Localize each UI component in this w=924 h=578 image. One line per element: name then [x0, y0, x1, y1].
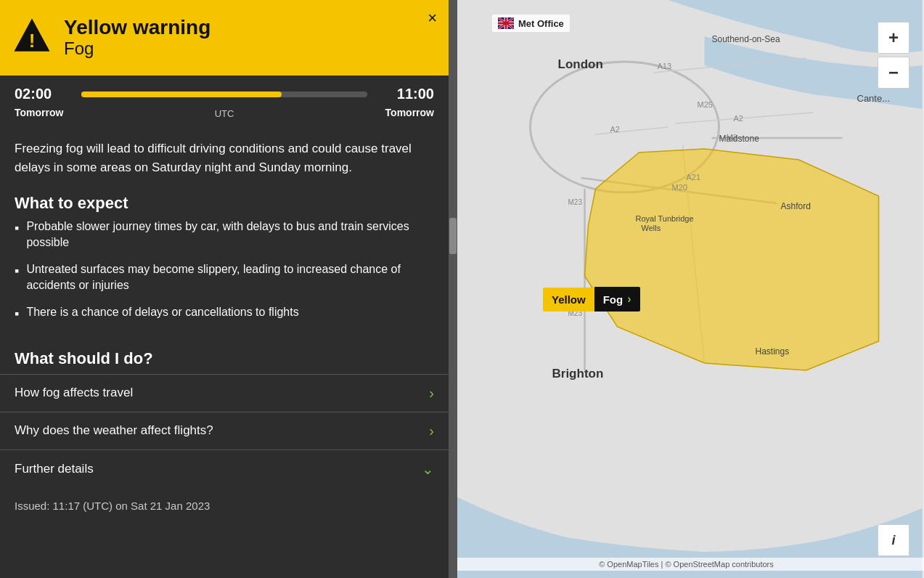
bullet-item-2: Untreated surfaces may become slippery, …: [15, 261, 434, 294]
svg-text:!: !: [29, 30, 36, 52]
end-time-label: 11:00: [376, 86, 434, 102]
time-bar: 02:00 11:00 Tomorrow UTC Tomorrow: [0, 76, 449, 126]
accordion-further-details[interactable]: Further details ⌄: [0, 449, 449, 488]
svg-text:Brighton: Brighton: [552, 367, 604, 380]
issued-text: Issued: 11:17 (UTC) on Sat 21 Jan 2023: [0, 488, 449, 524]
progress-bar-fill: [81, 91, 282, 97]
met-office-flag-icon: [498, 17, 514, 29]
svg-text:Maidstone: Maidstone: [719, 134, 760, 144]
accordion-flights[interactable]: Why does the weather affect flights? ›: [0, 412, 449, 449]
svg-text:Ashford: Ashford: [781, 201, 811, 211]
svg-text:Cante...: Cante...: [857, 93, 891, 104]
map-svg: A13 A2 A2 M2 M25 M20 M23 M23 A21 London …: [449, 0, 924, 578]
warning-header: ! Yellow warning Fog ×: [0, 0, 449, 76]
bullet-item-1: Probable slower journey times by car, wi…: [15, 219, 434, 251]
accordion-fog-travel[interactable]: How fog affects travel ›: [0, 374, 449, 412]
badge-fog-label: Fog ›: [594, 287, 640, 312]
chevron-right-icon-1: ›: [429, 385, 434, 402]
what-to-do-title: What should I do?: [0, 339, 449, 374]
day-row: Tomorrow UTC Tomorrow: [15, 107, 434, 119]
map-attribution: © OpenMapTiles | © OpenStreetMap contrib…: [449, 558, 924, 571]
start-day-label: Tomorrow: [15, 107, 63, 119]
warning-triangle-icon: !: [12, 16, 52, 57]
warning-icon-wrap: !: [12, 16, 52, 60]
accordion-label-fog-travel: How fog affects travel: [15, 386, 133, 400]
accordion-label-flights: Why does the weather affect flights?: [15, 423, 213, 438]
svg-text:Southend-on-Sea: Southend-on-Sea: [712, 34, 780, 44]
badge-yellow-label: Yellow: [543, 288, 594, 312]
accordion-label-further-details: Further details: [15, 462, 94, 476]
svg-text:London: London: [558, 57, 603, 71]
svg-text:M20: M20: [672, 183, 687, 192]
utc-label: UTC: [215, 108, 234, 119]
map-info-button[interactable]: i: [878, 524, 909, 556]
warning-subtitle: Fog: [64, 38, 437, 59]
warning-title: Yellow warning: [64, 17, 437, 39]
met-office-label: Met Office: [518, 18, 564, 29]
met-office-logo: Met Office: [492, 15, 570, 32]
scroll-thumb: [449, 218, 457, 254]
map-controls: + −: [878, 22, 909, 89]
warning-text-block: Yellow warning Fog: [64, 17, 437, 60]
bullet-list: Probable slower journey times by car, wi…: [0, 219, 449, 339]
end-day-label: Tomorrow: [385, 107, 434, 119]
svg-text:M23: M23: [568, 198, 583, 206]
description-text: Freezing fog will lead to difficult driv…: [0, 126, 449, 184]
bullet-item-3: There is a chance of delays or cancellat…: [15, 304, 434, 323]
svg-text:Wells: Wells: [642, 224, 661, 232]
close-button[interactable]: ×: [428, 10, 437, 26]
svg-text:A21: A21: [687, 173, 701, 182]
left-panel: ! Yellow warning Fog × 02:00 11:00 Tomor…: [0, 0, 449, 578]
progress-bar-wrap: [81, 91, 367, 97]
chevron-down-icon: ⌄: [422, 460, 434, 478]
time-row: 02:00 11:00: [15, 86, 434, 102]
svg-text:M25: M25: [698, 100, 713, 109]
svg-text:A2: A2: [734, 114, 743, 123]
zoom-out-button[interactable]: −: [878, 57, 909, 89]
map-panel: A13 A2 A2 M2 M25 M20 M23 M23 A21 London …: [449, 0, 924, 578]
svg-text:A2: A2: [610, 125, 620, 134]
what-to-expect-title: What to expect: [0, 184, 449, 219]
svg-text:A13: A13: [658, 62, 672, 70]
svg-text:Royal Tunbridge: Royal Tunbridge: [636, 214, 694, 223]
chevron-right-icon-2: ›: [429, 423, 434, 439]
map-warning-badge[interactable]: Yellow Fog ›: [543, 287, 640, 312]
badge-chevron-right-icon: ›: [627, 293, 631, 306]
scroll-bar[interactable]: [449, 0, 457, 578]
start-time-label: 02:00: [15, 86, 73, 102]
zoom-in-button[interactable]: +: [878, 22, 909, 54]
svg-text:Hastings: Hastings: [756, 346, 790, 357]
